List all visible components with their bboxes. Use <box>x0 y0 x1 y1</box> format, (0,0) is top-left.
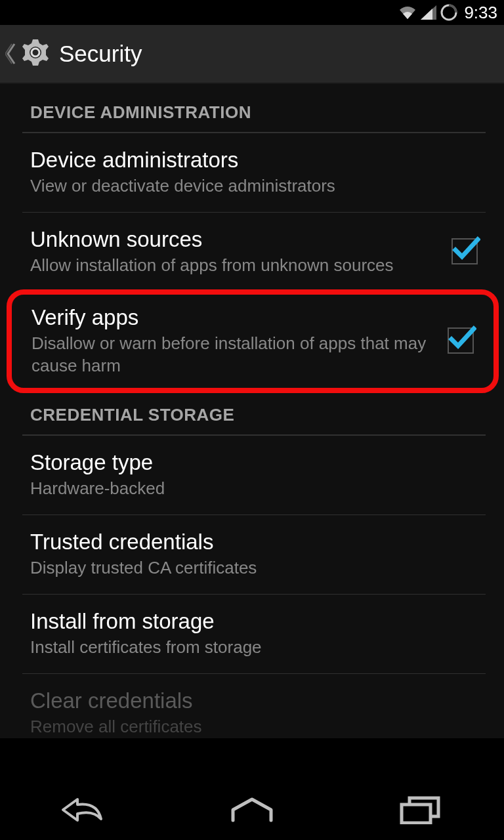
page-title: Security <box>59 41 142 67</box>
settings-gear-icon <box>20 37 51 71</box>
setting-subtitle: View or deactivate device administrators <box>30 175 478 198</box>
setting-title: Verify apps <box>32 304 436 331</box>
setting-unknown-sources[interactable]: Unknown sources Allow installation of ap… <box>22 213 486 292</box>
setting-device-administrators[interactable]: Device administrators View or deactivate… <box>22 133 486 213</box>
nav-back-button[interactable] <box>45 787 123 833</box>
setting-subtitle: Install certificates from storage <box>30 637 478 659</box>
setting-subtitle: Disallow or warn before installation of … <box>32 333 436 377</box>
setting-clear-credentials: Clear credentials Remove all certificate… <box>22 674 486 738</box>
back-icon[interactable] <box>5 43 17 65</box>
setting-title: Device administrators <box>30 146 478 173</box>
setting-storage-type[interactable]: Storage type Hardware-backed <box>22 436 486 515</box>
content-area: DEVICE ADMINISTRATION Device administrat… <box>0 84 504 738</box>
checkbox-unknown-sources[interactable] <box>452 238 478 264</box>
setting-title: Storage type <box>30 449 478 476</box>
checkbox-verify-apps[interactable] <box>448 327 474 354</box>
setting-trusted-credentials[interactable]: Trusted credentials Display trusted CA c… <box>22 515 486 595</box>
setting-subtitle: Hardware-backed <box>30 478 478 500</box>
navigation-bar <box>0 780 504 840</box>
header[interactable]: Security <box>0 25 504 84</box>
setting-title: Trusted credentials <box>30 528 478 555</box>
sync-icon <box>440 4 457 21</box>
status-bar: 9:33 <box>0 0 504 25</box>
setting-install-from-storage[interactable]: Install from storage Install certificate… <box>22 595 486 674</box>
svg-rect-3 <box>402 805 430 823</box>
setting-subtitle: Display trusted CA certificates <box>30 557 478 579</box>
status-clock: 9:33 <box>464 3 497 23</box>
setting-title: Unknown sources <box>30 226 440 253</box>
wifi-icon <box>398 5 417 20</box>
setting-subtitle: Allow installation of apps from unknown … <box>30 255 440 277</box>
setting-title: Install from storage <box>30 608 478 635</box>
setting-verify-apps[interactable]: Verify apps Disallow or warn before inst… <box>7 289 499 393</box>
setting-subtitle: Remove all certificates <box>30 716 478 738</box>
cell-signal-icon <box>421 5 436 20</box>
nav-home-button[interactable] <box>213 787 291 833</box>
nav-recent-button[interactable] <box>381 787 459 833</box>
section-header-device-admin: DEVICE ADMINISTRATION <box>22 84 486 133</box>
setting-title: Clear credentials <box>30 687 478 714</box>
section-header-credential-storage: CREDENTIAL STORAGE <box>22 392 486 436</box>
